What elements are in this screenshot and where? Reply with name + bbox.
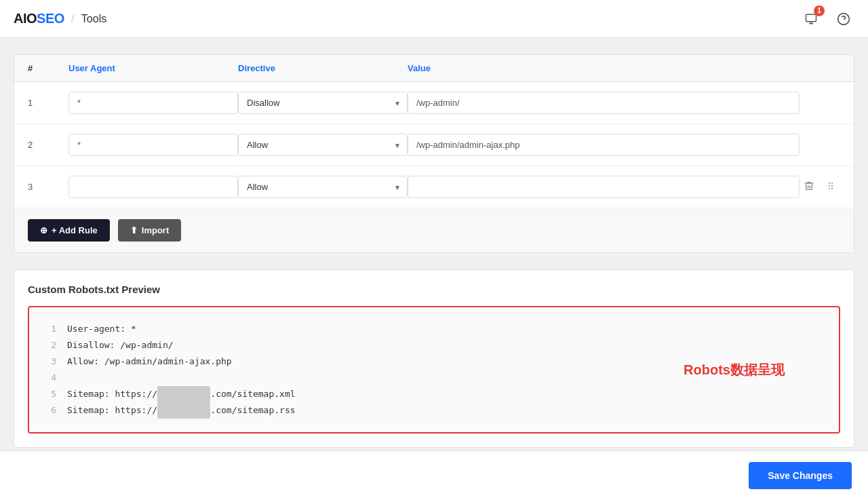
svg-point-3: [831, 182, 833, 184]
delete-row-button[interactable]: [801, 178, 817, 197]
preview-line-6: 6 Sitemap: https://██████████.com/sitema…: [45, 402, 823, 419]
top-bar: AIOSEO / Tools 1: [0, 0, 868, 38]
preview-box: 1 User-agent: * 2 Disallow: /wp-admin/ 3…: [28, 306, 840, 434]
line-content-3: Allow: /wp-admin/admin-ajax.php: [67, 353, 232, 370]
line-content-6: Sitemap: https://██████████.com/sitemap.…: [67, 402, 296, 419]
line-content-2: Disallow: /wp-admin/: [67, 337, 174, 353]
line-num-4: 4: [45, 370, 56, 386]
plus-icon: ⊕: [40, 225, 47, 235]
svg-point-6: [829, 188, 830, 189]
top-bar-right: 1: [800, 8, 854, 30]
blurred-url-1: ██████████: [157, 386, 210, 402]
row-number-3: 3: [28, 182, 68, 192]
table-row: 1 Disallow Allow Noindex Crawl-delay ▼: [14, 82, 854, 124]
table-row: 3 Disallow Allow Noindex Crawl-delay ▼: [14, 166, 854, 208]
notification-badge: 1: [814, 5, 825, 16]
line-num-6: 6: [45, 402, 56, 419]
preview-line-5: 5 Sitemap: https://██████████.com/sitema…: [45, 386, 823, 402]
logo-seo: SEO: [37, 11, 64, 26]
user-agent-input-2[interactable]: [68, 134, 238, 156]
svg-rect-0: [806, 14, 816, 22]
blurred-url-2: ██████████: [157, 402, 210, 419]
line-num-3: 3: [45, 353, 56, 370]
page-title: Tools: [81, 13, 106, 25]
rules-table-card: # User Agent Directive Value 1 Disallow …: [14, 54, 854, 253]
top-bar-left: AIOSEO / Tools: [14, 11, 106, 26]
line-content-5: Sitemap: https://██████████.com/sitemap.…: [67, 386, 296, 402]
directive-select-2[interactable]: Disallow Allow Noindex Crawl-delay: [238, 134, 408, 156]
col-directive: Directive: [238, 63, 408, 73]
notifications-button[interactable]: 1: [800, 8, 822, 30]
value-input-2[interactable]: [408, 134, 800, 156]
preview-section: Custom Robots.txt Preview 1 User-agent: …: [14, 269, 854, 448]
table-header: # User Agent Directive Value: [14, 55, 854, 82]
preview-line-1: 1 User-agent: *: [45, 321, 823, 337]
directive-select-1[interactable]: Disallow Allow Noindex Crawl-delay: [238, 92, 408, 114]
help-button[interactable]: [833, 8, 854, 30]
drag-handle-button[interactable]: [823, 178, 839, 197]
line-num-5: 5: [45, 386, 56, 402]
directive-select-3[interactable]: Disallow Allow Noindex Crawl-delay: [238, 176, 408, 198]
svg-point-2: [829, 182, 830, 184]
add-rule-label: + Add Rule: [52, 225, 98, 235]
user-agent-input-3[interactable]: [68, 176, 238, 198]
breadcrumb-slash: /: [71, 12, 75, 26]
line-num-1: 1: [45, 321, 56, 337]
row-number-1: 1: [28, 98, 68, 108]
preview-line-2: 2 Disallow: /wp-admin/: [45, 337, 823, 353]
directive-select-wrapper-3: Disallow Allow Noindex Crawl-delay ▼: [238, 176, 408, 198]
row-number-2: 2: [28, 140, 68, 150]
logo-aio: AIO: [14, 11, 37, 26]
col-user-agent: User Agent: [68, 63, 238, 73]
save-changes-button[interactable]: Save Changes: [749, 462, 852, 489]
col-value: Value: [408, 63, 800, 73]
svg-point-5: [831, 185, 833, 187]
directive-select-wrapper-1: Disallow Allow Noindex Crawl-delay ▼: [238, 92, 408, 114]
row-actions-3: [800, 178, 840, 197]
col-actions: [800, 63, 840, 73]
table-row: 2 Disallow Allow Noindex Crawl-delay ▼: [14, 124, 854, 166]
table-footer: ⊕ + Add Rule ⬆ Import: [14, 208, 854, 252]
logo: AIOSEO: [14, 11, 64, 26]
preview-title: Custom Robots.txt Preview: [28, 284, 840, 295]
import-button[interactable]: ⬆ Import: [118, 219, 181, 242]
value-input-1[interactable]: [408, 92, 800, 114]
user-agent-input-1[interactable]: [68, 92, 238, 114]
add-rule-button[interactable]: ⊕ + Add Rule: [28, 219, 110, 242]
value-input-3[interactable]: [408, 176, 800, 198]
line-content-4: [67, 370, 73, 386]
directive-select-wrapper-2: Disallow Allow Noindex Crawl-delay ▼: [238, 134, 408, 156]
col-hash: #: [28, 63, 68, 73]
main-content: # User Agent Directive Value 1 Disallow …: [0, 38, 868, 500]
line-content-1: User-agent: *: [67, 321, 136, 337]
preview-watermark: Robots数据呈现: [684, 361, 785, 379]
svg-point-4: [829, 185, 830, 187]
footer-bar: Save Changes: [0, 450, 868, 500]
import-label: Import: [142, 225, 169, 235]
svg-point-7: [831, 188, 833, 189]
upload-icon: ⬆: [130, 225, 138, 235]
line-num-2: 2: [45, 337, 56, 353]
